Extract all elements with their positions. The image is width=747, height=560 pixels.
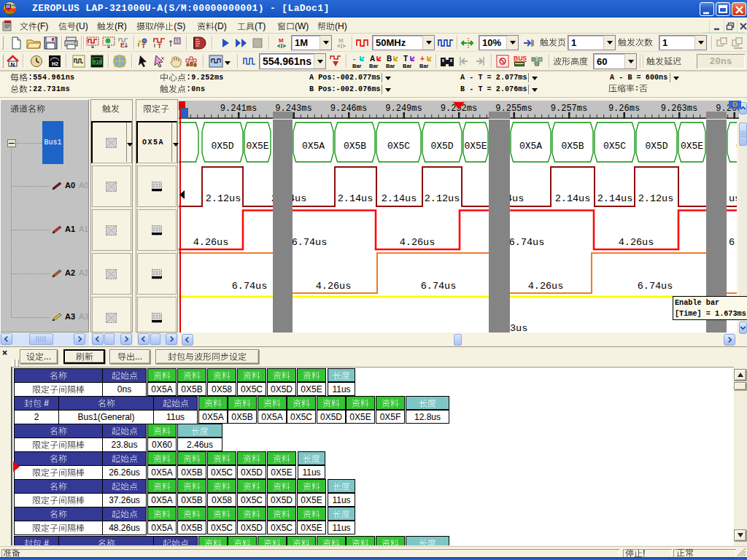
svg-text:2.12us: 2.12us (206, 193, 241, 204)
svg-text:9.263ms: 9.263ms (661, 104, 697, 114)
svg-text:M: M (338, 37, 344, 44)
svg-text:9.26ms: 9.26ms (608, 104, 640, 114)
svg-text:0X5E: 0X5E (246, 141, 268, 152)
svg-text:B: B (387, 55, 392, 63)
svg-text:0X5A: 0X5A (302, 141, 325, 152)
svg-text:-: - (353, 55, 355, 63)
svg-text:0X5A: 0X5A (519, 141, 542, 152)
svg-text:BUS: BUS (514, 55, 527, 62)
svg-text:4.26us: 4.26us (528, 281, 564, 292)
svg-text:9.241ms: 9.241ms (220, 104, 257, 114)
svg-text:4.26us: 4.26us (400, 237, 436, 248)
svg-text:2.14us: 2.14us (338, 193, 374, 204)
svg-text:6.74us: 6.74us (638, 281, 673, 292)
svg-text:us: us (729, 193, 737, 204)
svg-text:0X5D: 0X5D (645, 141, 667, 152)
svg-text:0X5D: 0X5D (211, 141, 233, 152)
svg-text:+: + (420, 55, 425, 63)
svg-text:A: A (370, 55, 375, 63)
svg-text:Bar: Bar (419, 63, 429, 69)
svg-text:Bar: Bar (386, 63, 395, 69)
svg-text:Bar: Bar (369, 63, 379, 69)
svg-text:6.74us: 6.74us (292, 237, 328, 248)
svg-text:0X5B: 0X5B (561, 141, 584, 152)
svg-text:Bar: Bar (403, 63, 412, 69)
svg-text:0X5C: 0X5C (387, 141, 410, 152)
svg-text:9.246ms: 9.246ms (330, 104, 367, 114)
svg-text:6.74us: 6.74us (421, 281, 457, 292)
svg-text:6.74us: 6.74us (509, 237, 545, 248)
svg-text:0X5E: 0X5E (464, 141, 487, 152)
svg-text:4.26us: 4.26us (193, 237, 229, 248)
svg-text:0X5C: 0X5C (603, 141, 626, 152)
svg-text:2.12us: 2.12us (425, 193, 460, 204)
svg-text:T: T (158, 42, 162, 50)
svg-text:9.249ms: 9.249ms (385, 104, 422, 114)
svg-text:6.74us: 6.74us (232, 281, 268, 292)
svg-text:0X5E: 0X5E (681, 141, 703, 152)
svg-text:M: M (279, 37, 284, 44)
svg-text:3us: 3us (510, 323, 527, 332)
svg-text:2.14us: 2.14us (555, 193, 591, 204)
svg-text:N: N (11, 61, 15, 68)
svg-text:Bar: Bar (352, 63, 362, 69)
svg-text:2.12us: 2.12us (638, 193, 674, 204)
svg-text:6.: 6. (729, 237, 737, 248)
svg-text:4.26us: 4.26us (619, 237, 654, 248)
svg-text:0X5A: 0X5A (736, 141, 737, 152)
svg-text:4.26us: 4.26us (316, 281, 352, 292)
svg-text:T: T (142, 42, 146, 50)
svg-text:010: 010 (93, 60, 102, 65)
svg-text:9.257ms: 9.257ms (551, 104, 587, 114)
svg-text:T: T (403, 55, 408, 63)
svg-text:2.14us: 2.14us (597, 193, 633, 204)
svg-text:H2: H2 (52, 61, 58, 66)
svg-text:0X5D: 0X5D (430, 141, 453, 152)
svg-text:0X5B: 0X5B (344, 141, 366, 152)
svg-text:T: T (176, 39, 179, 44)
svg-text:E: E (120, 42, 125, 49)
svg-text:2.14us: 2.14us (382, 193, 417, 204)
